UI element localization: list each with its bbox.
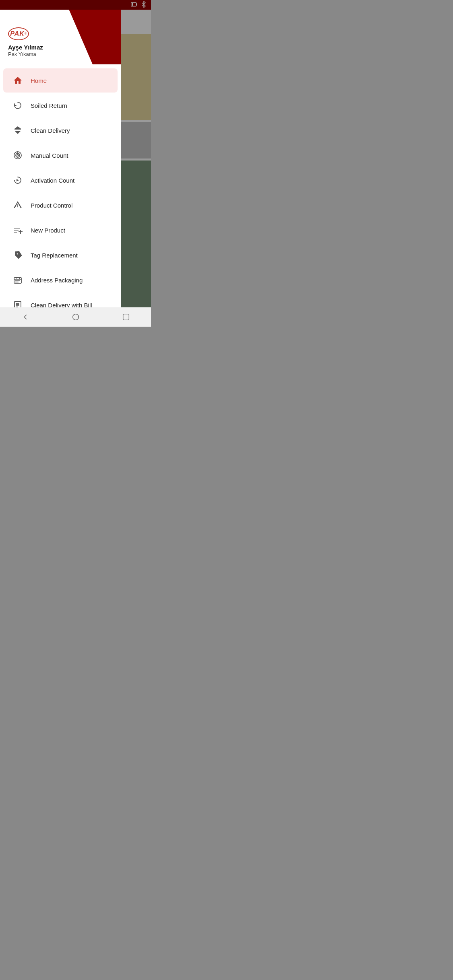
sidebar-item-soiled-return[interactable]: Soiled Return xyxy=(3,93,118,117)
svg-rect-27 xyxy=(123,314,129,320)
home-icon xyxy=(11,74,24,87)
activation-count-icon xyxy=(11,174,24,187)
manual-count-icon xyxy=(11,149,24,162)
soiled-return-icon xyxy=(11,99,24,112)
svg-rect-1 xyxy=(137,3,137,5)
svg-rect-9 xyxy=(17,204,18,206)
logo-registered: ® xyxy=(25,32,27,35)
logo-text: PAK xyxy=(10,30,25,37)
bottom-nav-bar xyxy=(0,307,151,327)
svg-point-8 xyxy=(17,206,18,207)
sidebar-item-activation-count[interactable]: Activation Count xyxy=(3,168,118,192)
user-name: Ayşe Yılmaz xyxy=(8,43,43,51)
sidebar-item-home[interactable]: Home xyxy=(3,68,118,93)
svg-point-5 xyxy=(17,154,19,156)
soiled-return-label: Soiled Return xyxy=(31,102,67,109)
nav-list: Home Soiled Return Clean Delivery xyxy=(0,64,121,327)
manual-count-label: Manual Count xyxy=(31,152,68,159)
recent-button[interactable] xyxy=(117,308,135,326)
battery-icon xyxy=(131,2,137,8)
bluetooth-icon xyxy=(141,1,146,9)
status-bar xyxy=(0,0,151,10)
sidebar-item-new-product[interactable]: New Product xyxy=(3,218,118,242)
clean-delivery-icon xyxy=(11,124,24,137)
home-button[interactable] xyxy=(67,308,85,326)
new-product-icon xyxy=(11,224,24,237)
product-control-icon xyxy=(11,199,24,212)
svg-point-4 xyxy=(16,153,20,157)
svg-rect-15 xyxy=(14,278,21,283)
new-product-label: New Product xyxy=(31,227,65,234)
user-subtitle: Pak Yıkama xyxy=(8,51,43,57)
address-packaging-label: Address Packaging xyxy=(31,277,83,284)
sidebar-item-address-packaging[interactable]: Address Packaging xyxy=(3,268,118,292)
svg-rect-2 xyxy=(132,3,133,6)
back-button[interactable] xyxy=(17,308,34,326)
address-packaging-icon xyxy=(11,274,24,286)
svg-marker-7 xyxy=(17,179,19,181)
svg-point-26 xyxy=(72,314,79,320)
activation-count-label: Activation Count xyxy=(31,177,74,184)
sidebar-item-tag-replacement[interactable]: Tag Replacement xyxy=(3,243,118,267)
navigation-drawer: PAK® Ayşe Yılmaz Pak Yıkama Home Soiled … xyxy=(0,0,121,327)
pak-logo: PAK® xyxy=(8,27,29,40)
tag-replacement-icon xyxy=(11,249,24,261)
sidebar-item-manual-count[interactable]: Manual Count xyxy=(3,143,118,167)
drawer-header: PAK® Ayşe Yılmaz Pak Yıkama xyxy=(0,0,121,64)
header-content: PAK® Ayşe Yılmaz Pak Yıkama xyxy=(8,27,43,58)
tag-replacement-label: Tag Replacement xyxy=(31,252,78,259)
home-label: Home xyxy=(31,77,47,84)
sidebar-item-clean-delivery[interactable]: Clean Delivery xyxy=(3,118,118,142)
product-control-label: Product Control xyxy=(31,202,72,209)
clean-delivery-label: Clean Delivery xyxy=(31,127,70,134)
sidebar-item-product-control[interactable]: Product Control xyxy=(3,193,118,217)
